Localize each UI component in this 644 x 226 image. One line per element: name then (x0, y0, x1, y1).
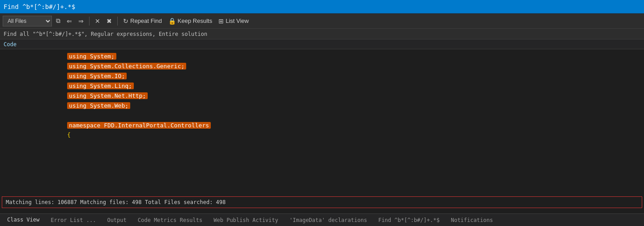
code-text-4: using System.Linq; (67, 83, 134, 89)
delete-button[interactable]: ✖ (104, 16, 114, 26)
sep1 (89, 17, 90, 26)
keep-results-label: Keep Results (178, 17, 212, 24)
tab-class-view-label: Class View (7, 217, 39, 223)
info-text: Find all "^b*[^:b#/]+.*$", Regular expre… (4, 31, 207, 37)
code-line-empty (0, 110, 644, 120)
sep2 (117, 17, 118, 26)
code-line-5: using System.Net.Http; (0, 91, 644, 100)
status-text: Matching lines: 106887 Matching files: 4… (6, 199, 226, 205)
list-icon: ⊞ (218, 17, 224, 25)
next-button[interactable]: ⇒ (76, 16, 86, 26)
refresh-icon: ↻ (123, 17, 128, 25)
tab-web-publish[interactable]: Web Publish Activity (208, 214, 284, 226)
code-line-6: using System.Web; (0, 100, 644, 110)
column-header: Code (0, 39, 644, 49)
code-line-2: using System.Collections.Generic; (0, 61, 644, 71)
status-bar: Matching lines: 106887 Matching files: 4… (2, 196, 642, 208)
find-bar-label: Find ^b*[^:b#/]+.*$ (4, 3, 75, 10)
keep-results-button[interactable]: 🔒 Keep Results (166, 16, 214, 26)
list-view-button[interactable]: ⊞ List View (216, 16, 251, 26)
tab-imagedata-decl[interactable]: 'ImageData' declarations (284, 214, 373, 226)
info-line: Find all "^b*[^:b#/]+.*$", Regular expre… (0, 29, 644, 39)
copy-button[interactable]: ⧉ (54, 16, 63, 26)
tab-output[interactable]: Output (102, 214, 132, 226)
tab-imagedata-decl-label: 'ImageData' declarations (290, 217, 367, 223)
code-line-1: using System; (0, 51, 644, 61)
copy-icon: ⧉ (56, 17, 60, 25)
code-line-3: using System.IO; (0, 71, 644, 81)
code-area: using System; using System.Collections.G… (0, 49, 644, 196)
next-icon: ⇒ (78, 17, 84, 25)
tab-find-regex-label: Find ^b*[^:b#/]+.*$ (378, 217, 439, 223)
tab-notifications[interactable]: Notifications (445, 214, 499, 226)
lock-icon: 🔒 (168, 17, 176, 25)
repeat-find-button[interactable]: ↻ Repeat Find (121, 16, 164, 26)
code-line-4: using System.Linq; (0, 81, 644, 91)
column-label: Code (4, 41, 17, 48)
tab-find-regex[interactable]: Find ^b*[^:b#/]+.*$ (373, 214, 445, 226)
tab-output-label: Output (107, 217, 126, 223)
list-view-label: List View (226, 17, 249, 24)
tab-notifications-label: Notifications (451, 217, 493, 223)
tab-code-metrics-label: Code Metrics Results (138, 217, 203, 223)
code-line-brace: { (0, 130, 644, 140)
tab-error-list-label: Error List ... (51, 217, 96, 223)
tab-class-view[interactable]: Class View (2, 214, 45, 226)
code-text-2: using System.Collections.Generic; (67, 63, 186, 70)
tab-web-publish-label: Web Publish Activity (213, 217, 278, 223)
toolbar: All FilesCurrent DocumentOpen DocumentsE… (0, 13, 644, 29)
bottom-tabs: Class View Error List ... Output Code Me… (0, 213, 644, 226)
find-bar: Find ^b*[^:b#/]+.*$ (0, 0, 644, 13)
scope-select[interactable]: All FilesCurrent DocumentOpen DocumentsE… (3, 16, 52, 26)
code-text-5: using System.Net.Http; (67, 92, 148, 99)
prev-button[interactable]: ⇐ (64, 16, 74, 26)
delete-icon: ✖ (107, 17, 112, 25)
clear-button[interactable]: ✕ (93, 16, 102, 26)
clear-icon: ✕ (95, 17, 100, 25)
tab-code-metrics[interactable]: Code Metrics Results (132, 214, 209, 226)
code-text-3: using System.IO; (67, 73, 127, 79)
repeat-find-label: Repeat Find (130, 17, 162, 24)
code-text-6: using System.Web; (67, 102, 130, 109)
tab-error-list[interactable]: Error List ... (45, 214, 102, 226)
code-line-namespace: namespace FDD.InternalPortal.Controllers (0, 120, 644, 130)
code-brace-text: { (67, 130, 71, 140)
code-text-namespace: namespace FDD.InternalPortal.Controllers (67, 122, 211, 129)
prev-icon: ⇐ (67, 17, 72, 25)
code-text-1: using System; (67, 53, 116, 60)
